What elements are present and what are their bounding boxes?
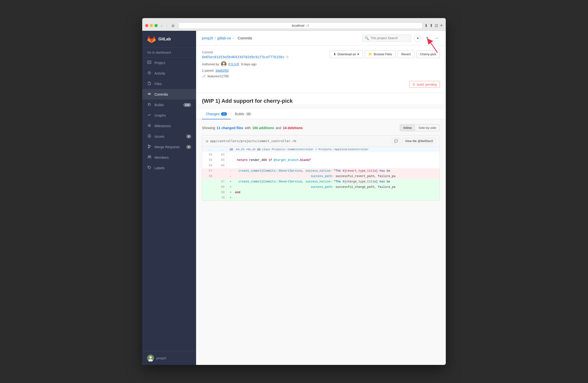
tab-button[interactable]: ⊞ [170,23,176,28]
sidebar-item-project[interactable]: Project [142,57,196,68]
diff-summary: Showing 11 changed files with 186 additi… [202,124,440,131]
maximize-button[interactable] [154,24,158,27]
authored-by-label: Authored by [202,62,219,66]
sidebar-item-graphs[interactable]: Graphs [142,110,196,121]
search-input[interactable] [370,36,407,40]
and-label: and [276,126,281,130]
svg-rect-0 [147,61,151,64]
table-row: 69 + end [202,190,440,195]
close-button[interactable] [145,24,148,27]
project-icon [147,60,151,65]
view-toggle: Inline Side-by-side [400,124,440,131]
table-row: 68 + success_path: successful_change_pat… [202,184,440,190]
back-button[interactable]: ‹ [160,23,164,28]
copy-hash-icon[interactable]: ⎘ [286,55,288,59]
line-code: + create_commit(Commits::RevertService, … [227,179,440,184]
author-name[interactable]: P.S.V.R [228,62,239,66]
breadcrumb-arrow: › [232,36,234,40]
nav-buttons: ‹ › ⊞ [160,23,176,28]
sidebar-item-files[interactable]: Files [142,78,196,89]
browse-files-button[interactable]: 📁 Browse Files [365,50,396,58]
sidebar-logo[interactable]: GitLab [142,31,196,48]
search-box[interactable]: 🔍 [362,35,411,42]
commits-icon [147,92,151,96]
inline-view-button[interactable]: Inline [400,124,415,131]
breadcrumb-user[interactable]: pmq20 [202,36,213,40]
table-row: 65 65 return render_404 if @target_branc… [202,157,440,163]
logout-button[interactable]: → [433,35,440,41]
minimize-button[interactable] [150,24,153,27]
diff-area: Showing 11 changed files with 186 additi… [196,119,446,206]
commit-branch-row: ⎇ features/12785 [202,74,330,78]
browser-chrome: ‹ › ⊞ localhost ↺ ⬇ ⬆ ⊡ + [142,18,446,31]
line-code [227,163,440,168]
download-label: Download as [337,52,356,56]
branch-icon: ⎇ [202,74,206,78]
tab-builds[interactable]: Builds 15 [231,109,255,119]
add-tab-button[interactable]: + [440,23,443,28]
download-page-button[interactable]: ⬇ [424,23,428,28]
address-bar[interactable]: localhost ↺ [178,22,422,29]
side-by-side-view-button[interactable]: Side-by-side [415,124,440,131]
breadcrumb-page: Commits [238,36,252,40]
go-to-dashboard[interactable]: Go to dashboard [142,48,196,57]
username-label: pmq20 [156,356,166,360]
add-button[interactable]: + [424,34,430,42]
view-file-button[interactable]: View file @8e65ec0 [402,138,436,144]
cherry-pick-container: Cherry-pick [416,50,440,58]
dropdown-arrow-icon: ▾ [357,52,359,56]
svg-point-22 [149,356,152,359]
tab-changes[interactable]: Changes 11 [202,109,231,119]
search-icon: 🔍 [365,36,369,40]
commit-time: 9 days ago [241,62,256,66]
folder-icon: 📁 [368,52,372,56]
sidebar-item-builds[interactable]: Builds 132 [142,99,196,110]
reload-icon[interactable]: ↺ [306,24,309,28]
traffic-lights [145,24,158,27]
svg-point-20 [148,167,149,167]
comment-button[interactable]: 💬 [392,138,400,144]
sidebar-item-activity-label: Activity [154,71,165,75]
sidebar-item-milestones[interactable]: Milestones [142,121,196,131]
line-code: + success_path: successful_change_path, … [227,184,440,190]
revert-label: Revert [401,52,411,56]
hunk-new-num: ... [214,147,227,152]
share-button[interactable]: ⬆ [430,23,433,28]
forward-button[interactable]: › [165,23,169,28]
sidebar-item-members-label: Members [154,155,169,159]
new-line-num: 65 [214,157,227,163]
sidebar-item-labels[interactable]: Labels [142,163,196,173]
revert-button[interactable]: Revert [398,50,414,58]
commit-header: Commit 8e65ec01d19a5b46433d702d9cb1f3caf… [202,50,440,78]
old-line-num [202,190,214,195]
sidebar-item-commits[interactable]: Commits [142,89,196,99]
parent-label: 1 parent [202,69,214,72]
build-badge[interactable]: ⊙ build: pending [409,81,440,88]
sidebar-user[interactable]: pmq20 [142,351,196,365]
app-layout: GitLab Go to dashboard Project Activity [142,31,446,365]
old-line-num: 64 [202,152,214,157]
commit-hash[interactable]: 8e65ec01d19a5b46433d702d9cb1f3caf77b156c [202,55,284,59]
breadcrumb-repo[interactable]: gitlab-ce [217,36,231,40]
svg-point-4 [148,93,150,95]
sidebar-item-issues[interactable]: Issues 0 [142,131,196,142]
sidebar-item-activity[interactable]: Activity [142,68,196,78]
download-as-button[interactable]: ⬇ Download as ▾ [330,50,363,58]
new-tab-button[interactable]: ⊡ [435,23,438,28]
sidebar-item-milestones-label: Milestones [154,124,171,128]
table-row: 70 + [202,195,440,201]
sidebar-item-commits-label: Commits [154,93,168,96]
diff-hunk-header: ... ... @@ -64,23 +64,32 @@ class Projec… [202,147,440,152]
build-status-text: build: pending [417,83,437,86]
diff-summary-text: Showing 11 changed files with 186 additi… [202,126,303,130]
notification-button[interactable]: ● [414,35,421,42]
cherry-pick-button[interactable]: Cherry-pick [416,50,440,58]
commit-info: Commit 8e65ec01d19a5b46433d702d9cb1f3caf… [202,50,330,78]
sidebar-item-members[interactable]: Members [142,152,196,163]
sidebar-item-merge-requests[interactable]: Merge Requests 0 [142,142,196,152]
line-code: return render_404 if @target_branch.blan… [227,157,440,163]
parent-hash[interactable]: 3dd91f55 [215,69,229,72]
commit-title-area: (WIP 1) Add support for cherry-pick [196,93,446,104]
additions-count: 186 additions [252,126,274,130]
issues-badge: 0 [186,134,191,138]
